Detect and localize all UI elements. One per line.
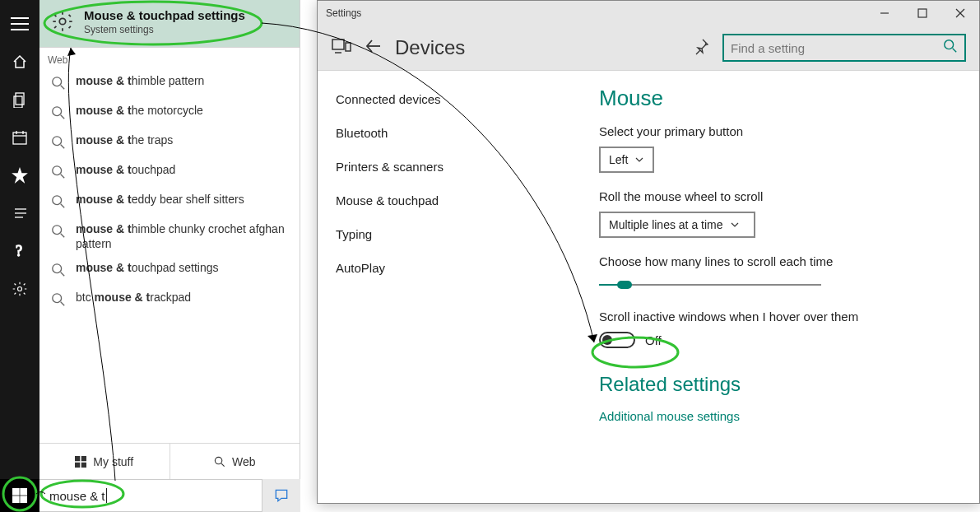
svg-point-34	[53, 294, 62, 303]
settings-gear-icon[interactable]	[0, 270, 39, 308]
svg-point-20	[53, 77, 62, 86]
web-result-item[interactable]: btc mouse & trackpad	[39, 286, 300, 315]
slider-track	[599, 284, 821, 286]
svg-rect-47	[346, 43, 351, 51]
web-result-item[interactable]: mouse & the traps	[39, 128, 300, 158]
svg-point-14	[18, 287, 22, 291]
header-title: Devices	[395, 36, 465, 59]
chevron-down-icon	[730, 220, 740, 230]
window-title: Settings	[318, 7, 361, 19]
search-icon	[51, 263, 66, 281]
svg-point-19	[59, 18, 65, 24]
svg-rect-5	[13, 133, 26, 144]
hamburger-icon[interactable]	[0, 5, 39, 43]
taskbar-search-text: mouse & t	[49, 489, 105, 503]
primary-button-combo[interactable]: Left	[599, 147, 654, 173]
best-match-result[interactable]: Mouse & touchpad settings System setting…	[39, 0, 300, 48]
toggle-switch[interactable]	[599, 332, 635, 348]
tab-my-stuff[interactable]: My stuff	[39, 444, 170, 479]
device-nav-item[interactable]: Typing	[329, 217, 584, 251]
lines-scroll-slider[interactable]	[599, 277, 821, 293]
device-nav-item[interactable]: Connected devices	[329, 82, 584, 116]
search-icon	[51, 194, 66, 212]
tab-web[interactable]: Web	[170, 444, 300, 479]
svg-line-29	[61, 204, 65, 208]
search-icon	[51, 135, 66, 153]
tab-my-stuff-label: My stuff	[93, 455, 133, 468]
toggle-state: Off	[645, 333, 662, 347]
web-result-item[interactable]: mouse & thimble pattern	[39, 69, 300, 99]
svg-rect-15	[12, 488, 19, 495]
svg-point-24	[53, 137, 62, 146]
device-nav-item[interactable]: Printers & scanners	[329, 150, 584, 184]
close-button[interactable]	[941, 1, 979, 26]
web-result-item[interactable]: mouse & touchpad	[39, 158, 300, 188]
text-caret	[106, 488, 107, 503]
find-setting-box[interactable]	[722, 34, 966, 62]
svg-point-32	[53, 264, 62, 273]
primary-button-label: Select your primary button	[599, 124, 959, 138]
svg-rect-39	[81, 462, 86, 467]
additional-mouse-settings-link[interactable]: Additional mouse settings	[599, 409, 959, 423]
search-icon	[51, 165, 66, 183]
web-result-item[interactable]: mouse & thimble chunky crochet afghan pa…	[39, 217, 300, 256]
calendar-icon[interactable]	[0, 119, 39, 156]
web-result-text: mouse & thimble chunky crochet afghan pa…	[76, 222, 291, 251]
svg-line-33	[61, 272, 65, 277]
lines-scroll-label: Choose how many lines to scroll each tim…	[599, 254, 959, 268]
web-result-text: mouse & the motorcycle	[76, 104, 203, 119]
svg-marker-9	[13, 169, 26, 182]
star-icon[interactable]	[0, 156, 39, 194]
search-icon	[943, 39, 958, 57]
toggle-knob	[602, 335, 612, 345]
web-result-text: mouse & teddy bear shelf sitters	[76, 193, 244, 207]
maximize-button[interactable]	[903, 1, 941, 26]
web-results-list: mouse & thimble patternmouse & the motor…	[39, 69, 300, 315]
inactive-scroll-label: Scroll inactive windows when I hover ove…	[599, 310, 959, 323]
web-result-item[interactable]: mouse & touchpad settings	[39, 256, 300, 286]
pin-icon[interactable]	[691, 36, 711, 59]
web-result-item[interactable]: mouse & teddy bear shelf sitters	[39, 188, 300, 217]
documents-icon[interactable]	[0, 81, 39, 119]
search-icon	[51, 292, 66, 310]
wheel-scroll-combo[interactable]: Multiple lines at a time	[599, 212, 755, 238]
gear-icon	[51, 10, 74, 36]
svg-rect-37	[81, 456, 86, 461]
svg-line-27	[61, 175, 65, 179]
web-result-text: mouse & the traps	[76, 133, 173, 148]
cortana-panel: Mouse & touchpad settings System setting…	[39, 0, 300, 479]
svg-line-31	[61, 234, 65, 238]
settings-header: Devices	[318, 26, 979, 71]
wheel-scroll-value: Multiple lines at a time	[609, 218, 723, 231]
minimize-button[interactable]	[866, 1, 903, 26]
list-icon[interactable]	[0, 194, 39, 232]
titlebar: Settings	[318, 1, 979, 26]
inactive-scroll-toggle[interactable]: Off	[599, 332, 959, 348]
svg-point-26	[53, 166, 62, 175]
svg-point-28	[53, 196, 62, 205]
start-button[interactable]	[0, 479, 39, 512]
svg-line-51	[953, 49, 957, 53]
svg-point-30	[53, 226, 62, 235]
find-setting-input[interactable]	[731, 41, 943, 55]
cortana-rail: ?	[0, 0, 39, 512]
device-nav-item[interactable]: AutoPlay	[329, 251, 584, 285]
tab-web-label: Web	[232, 455, 256, 468]
svg-rect-38	[75, 462, 80, 467]
settings-content: Mouse Select your primary button Left Ro…	[584, 71, 979, 503]
device-nav-item[interactable]: Mouse & touchpad	[329, 184, 584, 217]
svg-rect-46	[332, 40, 344, 49]
home-icon[interactable]	[0, 43, 39, 81]
web-result-item[interactable]: mouse & the motorcycle	[39, 99, 300, 128]
back-button[interactable]	[364, 36, 383, 59]
related-settings-heading: Related settings	[599, 373, 959, 396]
svg-line-21	[61, 86, 65, 90]
slider-thumb[interactable]	[617, 281, 632, 289]
svg-line-41	[221, 463, 225, 467]
wheel-scroll-label: Roll the mouse wheel to scroll	[599, 189, 959, 203]
taskbar-search-input[interactable]: mouse & t	[39, 479, 262, 512]
device-nav-item[interactable]: Bluetooth	[329, 116, 584, 150]
help-icon[interactable]: ?	[0, 232, 39, 270]
svg-rect-43	[918, 9, 927, 17]
taskbar-chat-icon[interactable]	[262, 479, 300, 512]
